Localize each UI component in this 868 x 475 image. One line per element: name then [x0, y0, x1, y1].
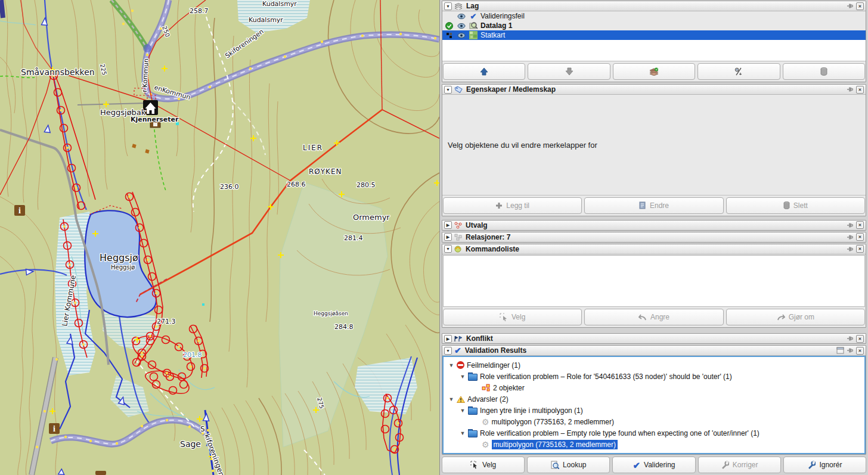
svg-text:Ormemyr: Ormemyr: [353, 213, 390, 222]
window-icon[interactable]: [836, 347, 844, 354]
pin-icon[interactable]: [847, 335, 854, 342]
collapse-icon[interactable]: ▼: [444, 245, 452, 253]
validation-icon: ✔: [454, 346, 461, 355]
expand-icon[interactable]: ▶: [444, 335, 452, 343]
warning-icon: [457, 396, 465, 403]
panel-title: Lag: [466, 2, 479, 10]
map-canvas[interactable]: i i Småvannsbekken Kudalsmyr Kudalsmyr S…: [0, 0, 439, 475]
panel-layers-titlebar[interactable]: ▼ Lag ✕: [442, 1, 866, 11]
validation-layer-icon: ✔: [470, 13, 477, 20]
tree-warning-item-selected[interactable]: ⚙ multipolygon (7735163, 2 medlemmer): [444, 439, 864, 450]
svg-text:Kudalsmyr: Kudalsmyr: [249, 16, 283, 24]
panel-validation-titlebar[interactable]: ▼ ✔ Validation Results ✕: [442, 346, 866, 356]
delete-tag-button[interactable]: Slett: [726, 197, 865, 214]
close-icon[interactable]: ✕: [856, 221, 864, 229]
undo-button[interactable]: Angre: [584, 309, 723, 325]
close-icon[interactable]: ✕: [856, 2, 864, 10]
objects-icon: [482, 384, 491, 392]
panel-selection: ▶ Utvalg ✕: [442, 220, 866, 231]
panel-selection-titlebar[interactable]: ▶ Utvalg ✕: [442, 221, 866, 230]
expand-icon[interactable]: ▶: [444, 221, 452, 229]
panel-relations: ▶ Relasjoner: 7 ✕: [442, 232, 866, 243]
layer-opacity-button[interactable]: [698, 63, 780, 80]
svg-text:Heggsjø: Heggsjø: [100, 252, 138, 263]
panel-layers: ▼ Lag ✕ ✔ Valideringsfeil Datalag 1: [442, 1, 866, 82]
lookup-button[interactable]: Lookup: [527, 457, 610, 473]
pin-icon[interactable]: [847, 222, 854, 229]
pin-icon[interactable]: [847, 246, 854, 253]
pin-icon[interactable]: [847, 86, 854, 93]
expander-icon[interactable]: ▼: [460, 408, 466, 414]
data-layer-icon: [469, 21, 478, 30]
svg-text:Kjennerseter: Kjennerseter: [131, 116, 179, 123]
command-list[interactable]: [443, 255, 865, 307]
layer-name[interactable]: Datalag 1: [480, 21, 512, 30]
svg-text:281.4: 281.4: [344, 234, 363, 242]
ignore-button[interactable]: Ignorér: [783, 457, 866, 473]
tree-warning-category[interactable]: ▼ Role verification problem – Empty role…: [444, 427, 864, 439]
add-tag-button[interactable]: Legg til: [443, 197, 582, 214]
svg-text:271.3: 271.3: [157, 318, 176, 325]
tree-warnings-group[interactable]: ▼ Advarsler (2): [444, 393, 864, 405]
svg-text:Småvannsbekken: Småvannsbekken: [21, 67, 95, 77]
layer-move-up-button[interactable]: [443, 63, 525, 80]
expander-icon[interactable]: ▼: [460, 430, 466, 436]
svg-text:258.7: 258.7: [190, 7, 209, 15]
select-button[interactable]: Velg: [442, 457, 525, 473]
panel-properties-titlebar[interactable]: ▼ Egenskaper / Medlemskap ✕: [442, 85, 866, 95]
visibility-eye-icon[interactable]: [457, 33, 466, 38]
redo-button[interactable]: Gjør om: [726, 309, 865, 325]
layer-name[interactable]: Statkart: [480, 31, 505, 39]
collapse-icon[interactable]: ▼: [444, 347, 452, 355]
svg-text:Heggsjø: Heggsjø: [111, 264, 135, 271]
validate-button[interactable]: ✔Validering: [612, 457, 695, 473]
panel-relations-titlebar[interactable]: ▶ Relasjoner: 7 ✕: [442, 232, 866, 242]
svg-text:236.0: 236.0: [220, 183, 239, 191]
fix-button[interactable]: Korriger: [698, 457, 781, 473]
tree-error-category[interactable]: ▼ Role verification problem – Role for '…: [444, 371, 864, 382]
svg-text:284.8: 284.8: [334, 323, 354, 331]
expander-icon[interactable]: ▼: [448, 362, 454, 368]
panel-properties: ▼ Egenskaper / Medlemskap ✕ Velg objekte…: [442, 84, 866, 216]
panel-title: Utvalg: [466, 221, 488, 229]
close-icon[interactable]: ✕: [856, 233, 864, 241]
panel-commands-titlebar[interactable]: ▼ Kommandoliste ✕: [442, 244, 866, 254]
visibility-eye-icon[interactable]: [457, 14, 466, 19]
layer-row-data[interactable]: Datalag 1: [442, 21, 866, 30]
pin-icon[interactable]: [847, 234, 854, 241]
collapse-icon[interactable]: ▼: [444, 86, 452, 94]
panel-conflict-titlebar[interactable]: ▶ Konflikt ✕: [442, 334, 866, 343]
panel-title: Konflikt: [466, 334, 493, 343]
layer-name[interactable]: Valideringsfeil: [480, 12, 525, 20]
expander-icon[interactable]: ▼: [460, 374, 466, 380]
collapse-icon[interactable]: ▼: [444, 2, 452, 10]
conflict-icon: [454, 335, 463, 342]
close-icon[interactable]: ✕: [856, 86, 864, 94]
svg-text:Sage: Sage: [180, 439, 201, 449]
pin-icon[interactable]: [847, 2, 854, 10]
pin-icon[interactable]: [847, 347, 854, 354]
panel-title: Validation Results: [465, 346, 526, 355]
layer-merge-button[interactable]: [613, 63, 695, 80]
edit-tag-button[interactable]: Endre: [584, 197, 723, 214]
visibility-eye-icon[interactable]: [457, 23, 466, 29]
tree-error-item[interactable]: 2 objekter: [444, 382, 864, 393]
josm-window: i i Småvannsbekken Kudalsmyr Kudalsmyr S…: [0, 0, 868, 475]
expander-icon[interactable]: ▼: [448, 396, 454, 402]
svg-text:Heggsjøåsen: Heggsjøåsen: [314, 311, 348, 316]
layer-row-statkart[interactable]: Statkart: [442, 30, 866, 40]
layer-move-down-button[interactable]: [528, 63, 610, 80]
tree-warning-item[interactable]: ⚙ multipolygon (7735163, 2 medlemmer): [444, 416, 864, 427]
layer-delete-button[interactable]: [783, 63, 865, 80]
active-layer-icon: [445, 22, 453, 30]
close-icon[interactable]: ✕: [856, 335, 864, 343]
folder-icon: [468, 408, 478, 415]
tree-warning-category[interactable]: ▼ Ingen ytre linje i multipolygon (1): [444, 405, 864, 416]
select-command-button[interactable]: Velg: [443, 309, 582, 325]
svg-text:280.5: 280.5: [356, 181, 376, 189]
layer-row-validation[interactable]: ✔ Valideringsfeil: [442, 11, 866, 21]
close-icon[interactable]: ✕: [856, 347, 864, 355]
tree-errors-group[interactable]: ▼ Feilmeldinger (1): [444, 359, 864, 371]
expand-icon[interactable]: ▶: [444, 233, 452, 241]
close-icon[interactable]: ✕: [856, 245, 864, 253]
